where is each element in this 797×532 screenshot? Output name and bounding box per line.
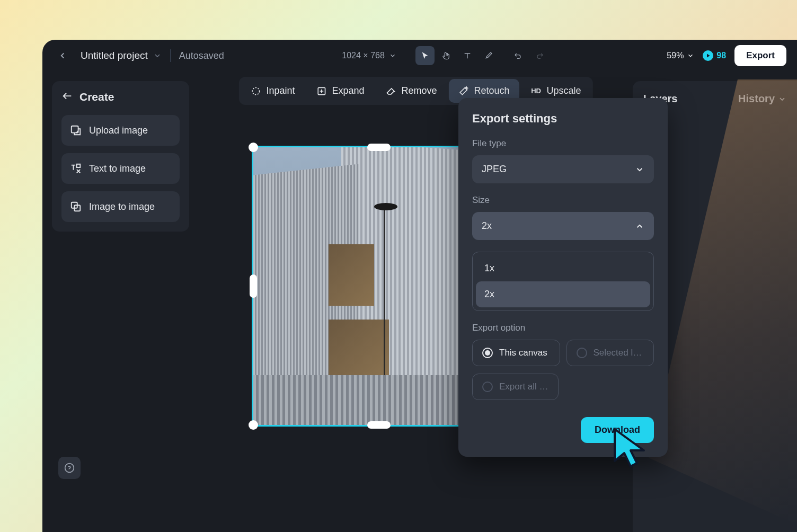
app-window: Untitled project Autosaved 1024 × 768 (42, 40, 797, 532)
file-type-label: File type (472, 138, 654, 149)
back-button[interactable] (53, 46, 72, 65)
svg-point-3 (252, 87, 259, 94)
sidebar-item-label: Text to image (89, 163, 146, 174)
ctx-expand[interactable]: Expand (306, 79, 374, 103)
export-option-selected[interactable]: Selected l… (566, 340, 654, 366)
text-image-icon (70, 163, 82, 174)
credit-count: 98 (716, 51, 726, 60)
tool-group (415, 46, 549, 65)
chevron-down-icon (153, 51, 162, 60)
radio-icon (577, 348, 587, 358)
chevron-down-icon (635, 165, 644, 174)
hd-icon: HD (531, 86, 542, 96)
size-value: 2x (482, 220, 492, 232)
ctx-inpaint[interactable]: Inpaint (241, 79, 304, 103)
resize-handle-left[interactable] (250, 274, 257, 298)
size-option-2x[interactable]: 2x (476, 281, 650, 307)
question-icon (64, 463, 75, 473)
chevron-up-icon (635, 221, 644, 231)
zoom-value: 59% (667, 51, 684, 60)
brush-icon (484, 51, 493, 60)
size-label: Size (472, 195, 654, 206)
eraser-icon (386, 86, 396, 96)
help-button[interactable] (58, 457, 81, 479)
cursor-pointer-illustration (609, 424, 652, 472)
undo-button[interactable] (509, 46, 528, 65)
zoom-dropdown[interactable]: 59% (667, 51, 694, 60)
file-type-select[interactable]: JPEG (472, 155, 654, 183)
export-popup-title: Export settings (472, 112, 654, 126)
autosave-status: Autosaved (179, 50, 224, 61)
project-name-dropdown[interactable]: Untitled project (81, 50, 162, 61)
select-tool[interactable] (415, 46, 435, 65)
chevron-down-icon (778, 95, 786, 103)
export-settings-popup: Export settings File type JPEG Size 2x 1… (458, 98, 668, 457)
file-type-value: JPEG (482, 164, 507, 175)
redo-icon (535, 51, 544, 60)
project-name-text: Untitled project (81, 50, 148, 61)
sidebar-item-label: Upload image (89, 125, 148, 136)
sidebar-item-label: Image to image (89, 201, 155, 212)
topbar: Untitled project Autosaved 1024 × 768 (42, 40, 797, 72)
chevron-down-icon (687, 52, 694, 59)
size-dropdown-list: 1x 2x (472, 252, 654, 311)
chevron-down-icon (389, 52, 396, 59)
back-arrow-icon (61, 91, 73, 103)
expand-icon (316, 86, 326, 96)
size-option-1x[interactable]: 1x (476, 255, 650, 281)
resize-handle-top[interactable] (367, 144, 391, 151)
radio-icon (482, 382, 493, 392)
export-button[interactable]: Export (734, 45, 786, 66)
sidebar-item-upload-image[interactable]: Upload image (61, 115, 180, 146)
chevron-left-icon (58, 51, 67, 60)
create-panel: Create Upload image Text to image Image … (52, 81, 189, 232)
size-select[interactable]: 2x (472, 212, 654, 240)
resize-handle-bottom[interactable] (367, 421, 391, 429)
create-panel-header[interactable]: Create (61, 91, 180, 103)
divider (170, 49, 171, 62)
text-icon (463, 51, 472, 60)
cursor-icon (421, 51, 429, 60)
sidebar-item-image-to-image[interactable]: Image to image (61, 191, 180, 222)
tab-history[interactable]: History (738, 93, 786, 105)
redo-button[interactable] (530, 46, 549, 65)
resize-handle-tl[interactable] (249, 143, 258, 152)
inpaint-icon (250, 86, 261, 96)
hand-icon (442, 51, 450, 60)
canvas-area[interactable]: Inpaint Expand Remove Retouch HD Upscale (199, 72, 633, 532)
canvas-size-dropdown[interactable]: 1024 × 768 (342, 51, 396, 60)
upload-icon (70, 125, 82, 136)
ctx-remove[interactable]: Remove (376, 79, 447, 103)
create-title: Create (79, 91, 114, 103)
image-image-icon (70, 201, 82, 212)
text-tool[interactable] (458, 46, 477, 65)
sidebar-item-text-to-image[interactable]: Text to image (61, 153, 180, 184)
canvas-size-text: 1024 × 768 (342, 51, 385, 60)
wand-icon (458, 86, 469, 96)
export-option-export-all[interactable]: Export all … (472, 374, 559, 400)
undo-icon (514, 51, 523, 60)
export-option-this-canvas[interactable]: This canvas (472, 340, 560, 366)
credits-display[interactable]: 98 (703, 50, 726, 61)
radio-icon (482, 348, 493, 358)
export-option-label: Export option (472, 323, 654, 333)
credit-icon (703, 50, 713, 61)
resize-handle-bl[interactable] (249, 420, 258, 430)
hand-tool[interactable] (437, 46, 456, 65)
brush-tool[interactable] (479, 46, 498, 65)
